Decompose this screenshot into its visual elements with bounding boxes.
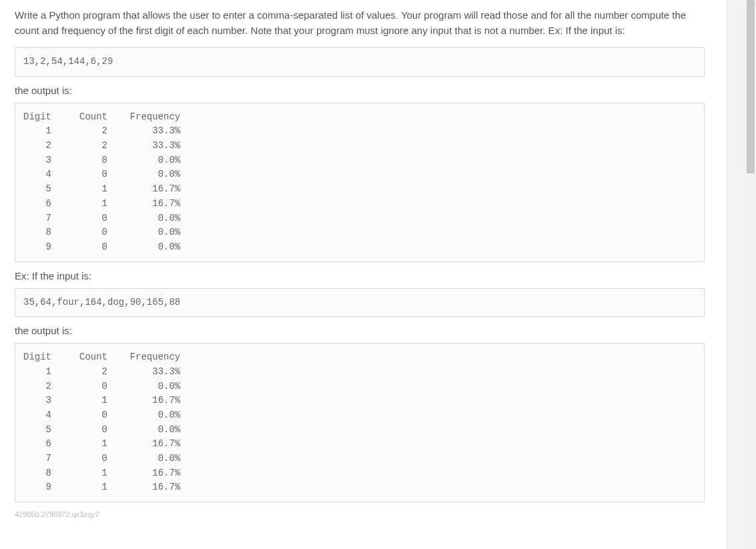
example2-output-label: the output is: [15,325,705,336]
example2-prompt-label: Ex: If the input is: [15,270,705,282]
scrollbar-track[interactable] [745,0,756,549]
example1-input-code: 13,2,54,144,6,29 [15,47,705,77]
example1-output-code: Digit Count Frequency 1 2 33.3% 2 2 33.3… [15,103,705,262]
content-column: Write a Python program that allows the u… [0,0,719,518]
example2-input-code: 35,64,four,164,dog,90,165,88 [15,288,705,318]
footer-id: 429050.2796972.qx3zqy7 [15,510,705,518]
scrollbar-thumb[interactable] [747,0,755,173]
intro-paragraph: Write a Python program that allows the u… [15,8,705,38]
example2-output-code: Digit Count Frequency 1 2 33.3% 2 0 0.0%… [15,343,705,502]
page: Write a Python program that allows the u… [0,0,756,549]
example1-output-label: the output is: [15,85,705,96]
